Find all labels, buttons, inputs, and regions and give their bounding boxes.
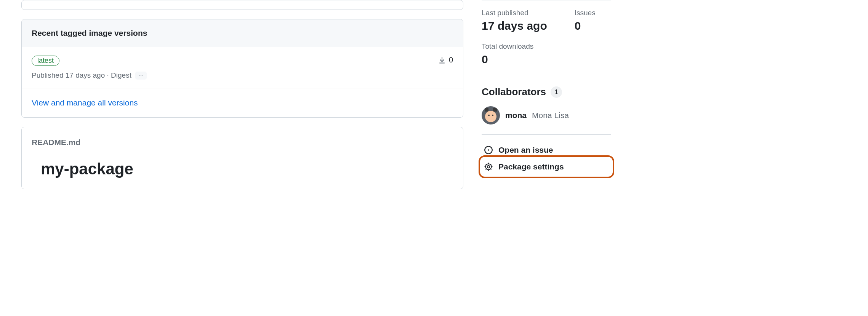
collaborators-count: 1 bbox=[551, 86, 562, 98]
versions-title: Recent tagged image versions bbox=[32, 29, 453, 38]
readme-heading: my-package bbox=[41, 160, 453, 178]
download-icon bbox=[438, 56, 446, 64]
versions-card: Recent tagged image versions latest Publ… bbox=[21, 19, 463, 118]
view-all-row: View and manage all versions bbox=[22, 88, 463, 117]
version-tag-badge[interactable]: latest bbox=[32, 56, 59, 66]
open-issue-label: Open an issue bbox=[498, 145, 553, 155]
version-row: latest Published 17 days ago · Digest ··… bbox=[22, 47, 463, 88]
version-published-text: Published 17 days ago · Digest bbox=[32, 71, 131, 80]
readme-card: README.md my-package bbox=[21, 127, 463, 189]
version-kebab-menu[interactable]: ··· bbox=[135, 72, 147, 80]
avatar bbox=[482, 106, 500, 124]
last-published-item: Last published 17 days ago bbox=[482, 9, 547, 32]
collaborator-row[interactable]: mona Mona Lisa bbox=[482, 106, 611, 124]
total-downloads-label: Total downloads bbox=[482, 42, 611, 51]
package-settings-link[interactable]: Package settings bbox=[482, 158, 611, 175]
svg-point-3 bbox=[485, 164, 492, 170]
gear-icon bbox=[484, 162, 493, 171]
version-meta: Published 17 days ago · Digest ··· bbox=[32, 71, 147, 80]
issues-value: 0 bbox=[575, 19, 596, 32]
versions-card-header: Recent tagged image versions bbox=[22, 19, 463, 47]
open-issue-link[interactable]: Open an issue bbox=[482, 142, 611, 158]
last-published-label: Last published bbox=[482, 9, 547, 17]
version-download-count: 0 bbox=[438, 56, 453, 64]
issues-label: Issues bbox=[575, 9, 596, 17]
readme-filename: README.md bbox=[32, 138, 453, 147]
total-downloads-value: 0 bbox=[482, 53, 611, 66]
svg-point-1 bbox=[488, 149, 489, 151]
previous-card-stub bbox=[21, 0, 463, 10]
sidebar: Last published 17 days ago Issues 0 Tota… bbox=[482, 0, 611, 189]
collaborator-username: mona bbox=[505, 111, 527, 120]
collaborators-section: Collaborators 1 mona Mona Lisa bbox=[482, 76, 611, 134]
version-info: latest Published 17 days ago · Digest ··… bbox=[32, 56, 147, 80]
collaborator-displayname: Mona Lisa bbox=[532, 111, 569, 120]
view-all-versions-link[interactable]: View and manage all versions bbox=[32, 98, 138, 107]
package-settings-label: Package settings bbox=[498, 162, 564, 171]
collaborators-title: Collaborators bbox=[482, 86, 546, 98]
svg-point-2 bbox=[487, 166, 490, 168]
action-list: Open an issue Package settings bbox=[482, 135, 611, 182]
collaborators-header: Collaborators 1 bbox=[482, 86, 611, 98]
issues-item: Issues 0 bbox=[575, 9, 596, 32]
download-value: 0 bbox=[449, 56, 453, 64]
issue-icon bbox=[484, 145, 493, 155]
total-downloads-item: Total downloads 0 bbox=[482, 42, 611, 76]
last-published-value: 17 days ago bbox=[482, 19, 547, 32]
meta-row: Last published 17 days ago Issues 0 bbox=[482, 0, 611, 42]
